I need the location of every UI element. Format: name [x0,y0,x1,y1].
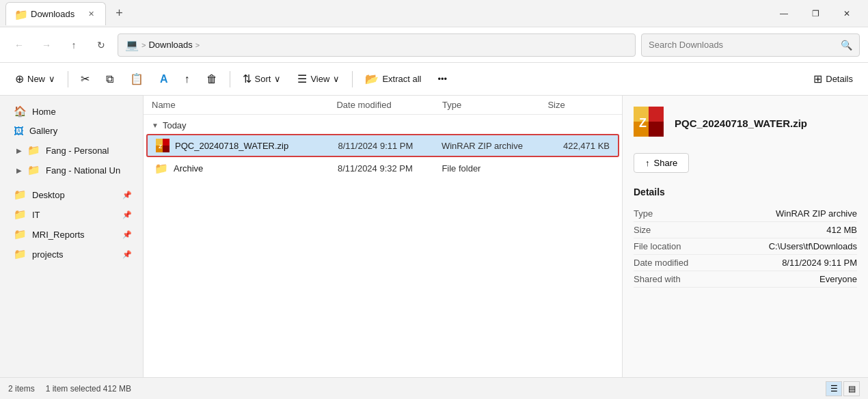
file-name-zip: PQC_20240718_WATER.zip [175,141,338,151]
sidebar-pinned-section: 📁 Desktop 📌 📁 IT 📌 📁 MRI_Reports 📌 📁 pro… [0,185,143,264]
new-button[interactable]: ⊕ New ∨ [8,67,62,92]
sidebar-item-projects-label: projects [32,249,64,260]
new-arrow-icon: ∨ [49,74,55,84]
details-row-location: File location C:\Users\tf\Downloads [634,238,857,255]
sort-icon: ⇅ [243,72,252,85]
view-toggle: ☰ ▤ [826,381,860,396]
pin-icon-desktop: 📌 [122,191,132,200]
sidebar-item-fang-national[interactable]: ▶ 📁 Fang - National Un [3,161,140,180]
details-label-modified: Date modified [634,258,688,268]
sort-label: Sort [255,74,271,84]
sidebar-item-desktop[interactable]: 📁 Desktop 📌 [3,185,140,204]
breadcrumb-pc-icon: 💻 [125,38,139,51]
close-button[interactable]: ✕ [831,3,863,25]
view-button[interactable]: ☰ View ∨ [290,67,347,92]
share-icon: ↑ [185,73,190,85]
new-tab-button[interactable]: + [111,5,127,22]
table-row[interactable]: Z PQC_20240718_WATER.zip 8/11/2024 9:11 … [146,134,619,157]
tab-label: Downloads [31,9,74,19]
search-icon: 🔍 [841,40,852,51]
breadcrumb-separator-2: > [195,41,200,49]
sidebar-item-projects[interactable]: 📁 projects 📌 [3,245,140,264]
table-row[interactable]: 📁 Archive 8/11/2024 9:32 PM File folder [146,158,619,178]
svg-text:Z: Z [159,143,162,150]
gallery-icon: 🖼 [14,125,24,137]
col-header-size[interactable]: Size [547,100,614,110]
pin-icon-projects: 📌 [122,250,132,259]
svg-text:Z: Z [639,116,647,130]
sort-arrow-icon: ∨ [274,74,281,84]
copy-button[interactable]: ⧉ [99,67,120,92]
details-icon: ⊞ [813,72,822,85]
expand-icon-2: ▶ [16,167,22,174]
sort-button[interactable]: ⇅ Sort ∨ [236,67,288,92]
sidebar: 🏠 Home 🖼 Gallery ▶ 📁 Fang - Personal ▶ 📁… [0,96,144,377]
sidebar-item-fang-national-label: Fang - National Un [46,165,120,176]
svg-rect-8 [649,122,664,137]
more-button[interactable]: ••• [431,67,454,92]
sidebar-item-home[interactable]: 🏠 Home [3,102,140,121]
tab-downloads[interactable]: 📁 Downloads ✕ [5,2,106,25]
delete-button[interactable]: 🗑 [200,67,224,92]
sidebar-item-gallery-label: Gallery [29,126,57,136]
breadcrumb-bar[interactable]: 💻 > Downloads > [118,33,636,57]
view-label: View [310,74,329,84]
extract-all-button[interactable]: 📂 Extract all [358,67,428,92]
search-bar: 🔍 [641,33,860,57]
group-chevron[interactable]: ▼ [152,122,159,129]
cut-button[interactable]: ✂ [74,67,96,92]
view-details-button[interactable]: ▤ [843,381,860,396]
pin-icon-it: 📌 [122,210,132,219]
search-input[interactable] [649,40,835,50]
view-list-button[interactable]: ☰ [826,381,842,396]
details-value-location: C:\Users\tf\Downloads [769,241,857,251]
share-details-button[interactable]: ↑ Share [634,153,689,173]
sidebar-item-it[interactable]: 📁 IT 📌 [3,205,140,224]
details-row-shared: Shared with Everyone [634,271,857,288]
svg-rect-3 [163,146,169,152]
col-header-name[interactable]: Name [152,100,336,110]
sidebar-item-fang-personal[interactable]: ▶ 📁 Fang - Personal [3,141,140,160]
sidebar-item-mri-reports[interactable]: 📁 MRI_Reports 📌 [3,225,140,244]
details-section-title: Details [634,187,857,197]
rename-button[interactable]: A [153,67,175,92]
details-filename: PQC_20240718_WATER.zip [675,118,807,129]
folder-it-icon: 📁 [14,208,27,221]
col-header-type[interactable]: Type [442,100,548,110]
details-value-type: WinRAR ZIP archive [776,208,857,219]
breadcrumb-downloads[interactable]: Downloads [148,40,192,50]
col-header-date[interactable]: Date modified [336,100,442,110]
toolbar-separator-3 [352,71,353,87]
forward-button[interactable]: → [36,34,57,56]
tab-close-button[interactable]: ✕ [85,8,97,20]
home-icon: 🏠 [14,105,27,118]
sidebar-item-gallery[interactable]: 🖼 Gallery [3,122,140,140]
view-icon: ☰ [297,72,307,85]
share-button[interactable]: ↑ [178,67,197,92]
file-list: Name Date modified Type Size ▼ Today Z P… [144,96,622,377]
paste-button[interactable]: 📋 [123,67,150,92]
up-button[interactable]: ↑ [63,34,85,56]
details-label-type: Type [634,208,653,219]
rename-icon: A [160,73,168,85]
details-file-icon: Z [634,107,666,139]
new-icon: ⊕ [15,72,24,85]
details-value-size: 412 MB [826,225,857,235]
details-row-type: Type WinRAR ZIP archive [634,206,857,222]
refresh-button[interactable]: ↻ [90,34,112,56]
main-area: 🏠 Home 🖼 Gallery ▶ 📁 Fang - Personal ▶ 📁… [0,96,868,377]
cut-icon: ✂ [81,72,90,85]
back-button[interactable]: ← [8,34,30,56]
sidebar-item-mri-label: MRI_Reports [32,230,85,240]
view-arrow-icon: ∨ [333,74,340,84]
details-header: Z PQC_20240718_WATER.zip [634,107,857,139]
file-name-archive: Archive [174,163,338,174]
folder-mri-icon: 📁 [14,228,27,240]
share-btn-label: Share [654,158,678,168]
details-value-modified: 8/11/2024 9:11 PM [782,258,857,268]
sidebar-item-fang-personal-label: Fang - Personal [46,146,109,156]
details-pane-button[interactable]: ⊞ Details [806,67,860,92]
minimize-button[interactable]: — [768,3,800,25]
details-row-modified: Date modified 8/11/2024 9:11 PM [634,255,857,271]
maximize-button[interactable]: ❐ [800,3,831,25]
